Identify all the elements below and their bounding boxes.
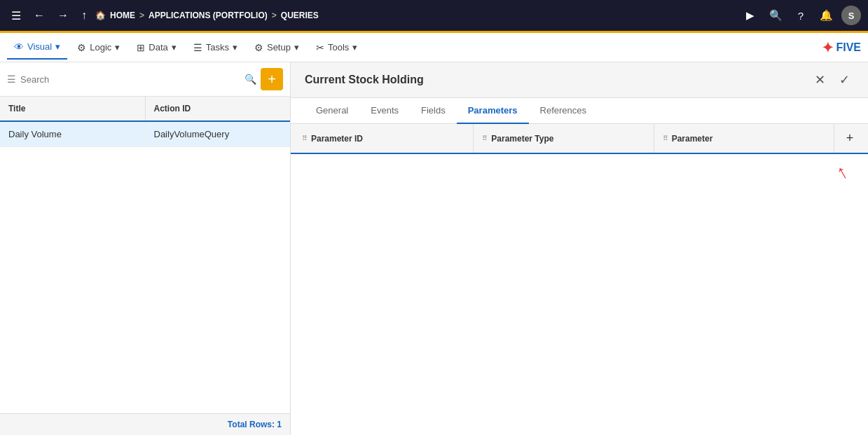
search-icon[interactable]: 🔍 (244, 74, 256, 85)
notifications-icon[interactable]: 🔔 (816, 6, 836, 25)
table-header: Title Action ID (0, 97, 290, 122)
panel-header: Current Stock Holding ✕ ✓ (291, 62, 868, 98)
visual-icon: 👁 (14, 41, 24, 53)
cell-title: Daily Volume (0, 122, 146, 146)
cell-action-id: DailyVolumeQuery (146, 122, 291, 146)
tab-parameters[interactable]: Parameters (457, 98, 529, 124)
five-logo-text: FIVE (836, 41, 861, 54)
main-content: ☰ 🔍 + Title Action ID Daily Volume Daily… (0, 62, 868, 435)
breadcrumb-queries[interactable]: QUERIES (281, 11, 319, 20)
total-rows-label: Total Rows: (228, 420, 275, 429)
menu-item-setup-label: Setup (267, 42, 291, 53)
params-col-id: ⠿ Parameter ID (294, 124, 474, 153)
tools-dropdown-icon: ▾ (352, 42, 357, 53)
left-panel: ☰ 🔍 + Title Action ID Daily Volume Daily… (0, 62, 291, 435)
data-icon: ⊞ (137, 42, 145, 53)
params-col-type-label: Parameter Type (491, 134, 553, 144)
search-nav-icon[interactable]: 🔍 (766, 6, 785, 25)
tab-events[interactable]: Events (359, 98, 410, 124)
filter-icon[interactable]: ☰ (7, 74, 16, 85)
add-row-button[interactable]: + (846, 131, 854, 146)
five-logo: ✦ FIVE (822, 39, 861, 56)
total-rows-count: 1 (277, 420, 282, 429)
params-col-param: ⠿ Parameter (654, 124, 834, 153)
params-col-type: ⠿ Parameter Type (474, 124, 654, 153)
menu-item-visual-label: Visual (27, 41, 52, 52)
setup-dropdown-icon: ▾ (294, 42, 299, 53)
menu-bar: 👁 Visual ▾ ⚙ Logic ▾ ⊞ Data ▾ ☰ Tasks ▾ … (0, 33, 868, 62)
table-body: Daily Volume DailyVolumeQuery (0, 122, 290, 413)
menu-item-tasks[interactable]: ☰ Tasks ▾ (186, 36, 244, 60)
breadcrumb: 🏠 HOME > APPLICATIONS (PORTFOLIO) > QUER… (95, 11, 736, 20)
menu-item-data[interactable]: ⊞ Data ▾ (130, 36, 183, 60)
breadcrumb-sep1: > (139, 11, 144, 20)
panel-title: Current Stock Holding (305, 74, 811, 86)
forward-icon[interactable]: → (53, 6, 73, 25)
close-button[interactable]: ✕ (811, 71, 829, 89)
user-avatar[interactable]: S (841, 6, 861, 25)
col-title: Title (0, 97, 146, 120)
menu-item-logic-label: Logic (90, 42, 111, 53)
arrow-indicator: ↑ (832, 160, 852, 185)
menu-item-logic[interactable]: ⚙ Logic ▾ (70, 36, 127, 60)
table-row[interactable]: Daily Volume DailyVolumeQuery (0, 122, 290, 147)
params-table-header: ⠿ Parameter ID ⠿ Parameter Type ⠿ Parame… (291, 124, 868, 154)
right-panel: Current Stock Holding ✕ ✓ General Events… (291, 62, 868, 435)
play-icon[interactable]: ▶ (740, 6, 760, 25)
data-dropdown-icon: ▾ (172, 42, 177, 53)
logic-icon: ⚙ (77, 42, 86, 53)
search-bar: ☰ 🔍 + (0, 62, 290, 97)
confirm-button[interactable]: ✓ (835, 71, 854, 89)
home-icon: 🏠 (95, 11, 106, 20)
table-footer: Total Rows: 1 (0, 413, 290, 435)
hamburger-icon[interactable]: ☰ (7, 6, 25, 25)
panel-actions: ✕ ✓ (811, 71, 854, 89)
drag-icon-param-type: ⠿ (482, 134, 487, 142)
menu-item-tools[interactable]: ✂ Tools ▾ (309, 36, 364, 60)
menu-item-tasks-label: Tasks (206, 42, 229, 53)
tasks-icon: ☰ (193, 42, 202, 53)
up-icon[interactable]: ↑ (77, 6, 91, 25)
col-action-id: Action ID (146, 97, 291, 120)
params-col-add: + (834, 124, 865, 153)
logic-dropdown-icon: ▾ (115, 42, 120, 53)
params-area: ⠿ Parameter ID ⠿ Parameter Type ⠿ Parame… (291, 124, 868, 435)
add-button[interactable]: + (261, 68, 283, 90)
menu-item-visual[interactable]: 👁 Visual ▾ (7, 36, 67, 60)
search-input[interactable] (20, 74, 240, 85)
help-icon[interactable]: ? (791, 6, 811, 25)
params-col-id-label: Parameter ID (311, 134, 363, 144)
menu-item-data-label: Data (149, 42, 167, 53)
tasks-dropdown-icon: ▾ (233, 42, 237, 53)
menu-item-tools-label: Tools (328, 42, 349, 53)
top-nav: ☰ ← → ↑ 🏠 HOME > APPLICATIONS (PORTFOLIO… (0, 0, 868, 31)
drag-icon-param: ⠿ (663, 134, 668, 142)
drag-icon-param-id: ⠿ (302, 134, 307, 142)
breadcrumb-sep2: > (272, 11, 277, 20)
params-col-param-label: Parameter (672, 134, 713, 144)
five-star-icon: ✦ (822, 39, 834, 56)
tab-general[interactable]: General (305, 98, 359, 124)
top-nav-right: ▶ 🔍 ? 🔔 S (740, 6, 861, 25)
visual-dropdown-icon: ▾ (55, 41, 60, 52)
menu-item-setup[interactable]: ⚙ Setup ▾ (247, 36, 306, 60)
params-body: ↑ (291, 154, 868, 435)
breadcrumb-applications[interactable]: APPLICATIONS (PORTFOLIO) (149, 11, 268, 20)
tabs: General Events Fields Parameters Referen… (291, 98, 868, 124)
breadcrumb-home[interactable]: HOME (110, 11, 135, 20)
tab-fields[interactable]: Fields (410, 98, 457, 124)
back-icon[interactable]: ← (29, 6, 49, 25)
tab-references[interactable]: References (529, 98, 598, 124)
tools-icon: ✂ (316, 42, 324, 53)
setup-icon: ⚙ (254, 42, 263, 53)
